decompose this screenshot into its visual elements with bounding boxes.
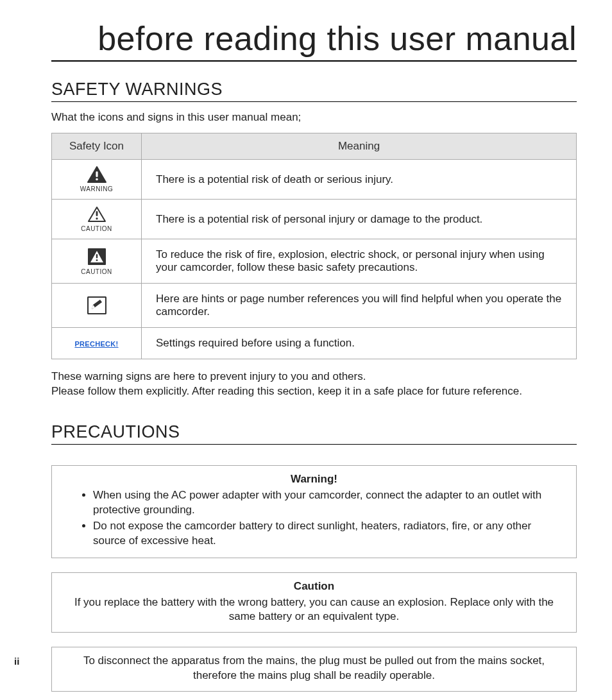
caution-box: Caution If you replace the battery with …	[51, 572, 577, 633]
safety-icon-table: Safety Icon Meaning WARNING There is a p…	[51, 133, 577, 359]
meaning-cell: There is a potential risk of death or se…	[142, 160, 577, 200]
note-pencil-box-icon	[87, 296, 106, 314]
list-item: Do not expose the camcorder battery to d…	[93, 519, 562, 549]
safety-footnote: These warning signs are here to prevent …	[51, 370, 577, 399]
table-row: PRECHECK! Settings required before using…	[52, 328, 577, 359]
icon-label: WARNING	[55, 185, 139, 192]
caution-box-title: Caution	[70, 579, 558, 594]
table-row: CAUTION To reduce the risk of fire, expl…	[52, 239, 577, 284]
caution-box-text: If you replace the battery with the wron…	[70, 595, 558, 625]
svg-point-1	[96, 178, 98, 181]
th-meaning: Meaning	[142, 133, 577, 160]
svg-point-6	[96, 259, 98, 261]
icon-label: CAUTION	[55, 225, 139, 232]
meaning-cell: To reduce the risk of fire, explosion, e…	[142, 239, 577, 284]
svg-rect-2	[96, 211, 98, 216]
caution-triangle-outline-icon	[87, 206, 106, 223]
meaning-cell: Settings required before using a functio…	[142, 328, 577, 359]
precautions-heading: PRECAUTIONS	[51, 422, 577, 445]
caution-triangle-boxed-icon	[87, 248, 106, 266]
svg-point-3	[96, 218, 98, 219]
table-row: Here are hints or page number references…	[52, 284, 577, 328]
precheck-label: PRECHECK!	[74, 340, 118, 348]
disconnect-box: To disconnect the apparatus from the mai…	[51, 647, 577, 692]
svg-rect-0	[96, 171, 98, 177]
footnote-line: Please follow them explicitly. After rea…	[51, 385, 522, 397]
warning-box-title: Warning!	[66, 472, 562, 487]
icon-label: CAUTION	[55, 268, 139, 275]
footnote-line: These warning signs are here to prevent …	[51, 370, 366, 382]
disconnect-box-text: To disconnect the apparatus from the mai…	[70, 654, 558, 683]
svg-rect-5	[96, 254, 97, 259]
meaning-cell: There is a potential risk of personal in…	[142, 200, 577, 239]
warning-triangle-solid-icon	[87, 166, 106, 183]
safety-warnings-heading: SAFETY WARNINGS	[51, 80, 577, 102]
page-number: ii	[14, 656, 19, 667]
table-row: CAUTION There is a potential risk of per…	[52, 200, 577, 239]
warning-box: Warning! When using the AC power adapter…	[51, 465, 577, 558]
th-safety-icon: Safety Icon	[52, 133, 142, 160]
safety-intro: What the icons and signs in this user ma…	[51, 111, 577, 124]
meaning-cell: Here are hints or page number references…	[142, 284, 577, 328]
table-row: WARNING There is a potential risk of dea…	[52, 160, 577, 200]
list-item: When using the AC power adapter with you…	[93, 488, 562, 518]
page-title: before reading this user manual	[51, 19, 577, 62]
